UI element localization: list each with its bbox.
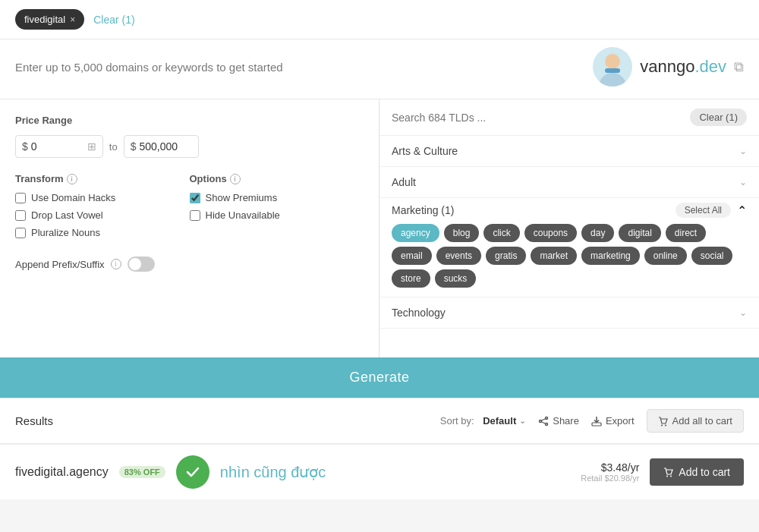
grid-icon[interactable]: ⊞: [87, 140, 96, 153]
left-panel: Price Range $ ⊞ to $ Transform i: [0, 99, 380, 357]
tld-chip-online[interactable]: online: [644, 247, 687, 265]
user-profile: vanngo.dev ⧉: [593, 47, 744, 87]
availability-check: [176, 455, 209, 489]
avatar-svg: [593, 47, 632, 87]
transform-header: Transform i: [15, 173, 190, 184]
svg-point-11: [665, 424, 666, 426]
price-main: $3.48/yr: [581, 461, 639, 474]
tld-chip-direct[interactable]: direct: [666, 224, 706, 242]
tld-category-adult-label: Adult: [392, 176, 416, 188]
drop-last-vowel-checkbox[interactable]: [15, 210, 26, 221]
share-button[interactable]: Share: [538, 415, 579, 427]
tld-search-input[interactable]: [392, 112, 690, 124]
hide-unavailable-checkbox[interactable]: [190, 210, 200, 221]
tld-marketing-header: Marketing (1) Select All ⌃: [392, 203, 747, 218]
add-to-cart-button[interactable]: Add to cart: [650, 458, 744, 486]
cart-icon: [663, 467, 674, 477]
tld-chip-gratis[interactable]: gratis: [486, 247, 526, 265]
price-from-input[interactable]: $ ⊞: [15, 135, 103, 158]
price-range-label: Price Range: [15, 115, 364, 126]
show-premiums-label: Show Premiums: [206, 192, 278, 203]
marketing-count-label: Marketing (1): [392, 204, 454, 216]
marketing-chips: agency blog click coupons day digital di…: [392, 224, 747, 288]
tld-chip-day[interactable]: day: [581, 224, 614, 242]
tld-chip-email[interactable]: email: [392, 247, 432, 265]
append-info-icon[interactable]: i: [111, 259, 121, 269]
username-display: vanngo.dev: [640, 57, 726, 77]
tld-chip-blog[interactable]: blog: [444, 224, 480, 242]
sort-by-label: Sort by:: [440, 415, 474, 427]
tld-category-arts-label: Arts & Culture: [392, 145, 458, 157]
price-from-field[interactable]: [31, 140, 84, 153]
tld-search-bar: Clear (1): [380, 99, 759, 136]
tld-chip-store[interactable]: store: [392, 269, 430, 288]
pluralize-nouns-label: Pluralize Nouns: [31, 227, 100, 238]
drop-last-vowel-row[interactable]: Drop Last Vowel: [15, 209, 190, 221]
tld-chip-events[interactable]: events: [436, 247, 481, 265]
search-tag[interactable]: fivedigital ×: [15, 9, 84, 30]
tld-chip-sucks[interactable]: sucks: [435, 269, 477, 288]
tld-list: Arts & Culture ⌄ Adult ⌄ Marketing (1) S: [380, 136, 759, 357]
to-label: to: [109, 141, 118, 153]
header-area: Enter up to 5,000 domains or keywords to…: [0, 39, 759, 99]
tld-chip-marketing[interactable]: marketing: [581, 247, 640, 265]
price-to-input[interactable]: $: [124, 135, 200, 158]
pluralize-nouns-checkbox[interactable]: [15, 228, 26, 238]
check-icon: [184, 464, 201, 480]
results-actions: Sort by: Default ⌄ Share Export Add all …: [440, 409, 744, 433]
domain-name: fivedigital.agency: [15, 465, 109, 479]
svg-point-5: [546, 423, 548, 425]
tld-category-arts-header[interactable]: Arts & Culture ⌄: [380, 136, 759, 166]
pluralize-nouns-row[interactable]: Pluralize Nouns: [15, 227, 190, 238]
tld-category-adult: Adult ⌄: [380, 167, 759, 198]
tld-chip-market[interactable]: market: [531, 247, 577, 265]
sort-by-control[interactable]: Sort by: Default ⌄: [440, 415, 526, 427]
options-header: Options i: [190, 173, 364, 184]
use-domain-hacks-row[interactable]: Use Domain Hacks: [15, 192, 190, 203]
export-button[interactable]: Export: [591, 415, 635, 427]
tld-category-marketing: Marketing (1) Select All ⌃ agency blog c…: [380, 198, 759, 297]
dollar-sign-from: $: [22, 140, 28, 153]
show-premiums-checkbox[interactable]: [190, 193, 200, 203]
transform-options-area: Transform i Use Domain Hacks Drop Last V…: [15, 173, 364, 244]
tld-chip-click[interactable]: click: [483, 224, 519, 242]
generate-button[interactable]: Generate: [0, 357, 759, 398]
technology-chevron-icon: ⌄: [739, 307, 747, 318]
price-to-field[interactable]: [139, 140, 192, 153]
tld-clear-button[interactable]: Clear (1): [690, 109, 747, 126]
add-to-cart-label: Add to cart: [679, 466, 730, 478]
transform-info-icon[interactable]: i: [67, 174, 77, 184]
tag-label: fivedigital: [24, 14, 65, 25]
use-domain-hacks-checkbox[interactable]: [15, 193, 26, 203]
discount-badge: 83% OFF: [119, 466, 165, 478]
add-all-to-cart-button[interactable]: Add all to cart: [647, 409, 745, 433]
dollar-sign-to: $: [131, 140, 137, 153]
svg-point-13: [670, 476, 672, 477]
clear-tags-button[interactable]: Clear (1): [93, 14, 134, 26]
tld-chip-coupons[interactable]: coupons: [524, 224, 577, 242]
sort-chevron-icon[interactable]: ⌄: [519, 416, 526, 426]
use-domain-hacks-label: Use Domain Hacks: [31, 192, 115, 203]
tag-remove-button[interactable]: ×: [70, 14, 75, 25]
show-premiums-row[interactable]: Show Premiums: [190, 192, 364, 203]
svg-line-6: [542, 418, 546, 420]
marketing-chevron-icon[interactable]: ⌃: [737, 203, 747, 218]
options-info-icon[interactable]: i: [230, 174, 241, 184]
domain-ext: .dev: [694, 57, 726, 76]
tld-chip-agency[interactable]: agency: [392, 224, 439, 242]
tld-chip-social[interactable]: social: [691, 247, 733, 265]
copy-icon[interactable]: ⧉: [734, 59, 744, 75]
price-retail: Retail $20.98/yr: [581, 474, 639, 483]
main-content: Price Range $ ⊞ to $ Transform i: [0, 99, 759, 357]
tld-chip-digital[interactable]: digital: [619, 224, 660, 242]
generate-bar: Generate: [0, 357, 759, 398]
price-range-row: $ ⊞ to $: [15, 135, 364, 158]
tld-category-arts: Arts & Culture ⌄: [380, 136, 759, 167]
tld-category-adult-header[interactable]: Adult ⌄: [380, 167, 759, 197]
hide-unavailable-row[interactable]: Hide Unavailable: [190, 209, 364, 221]
svg-line-7: [542, 421, 546, 423]
svg-point-12: [666, 476, 668, 477]
select-all-button[interactable]: Select All: [676, 203, 731, 218]
tld-category-technology-header[interactable]: Technology ⌄: [380, 297, 759, 328]
append-toggle[interactable]: [128, 257, 155, 272]
